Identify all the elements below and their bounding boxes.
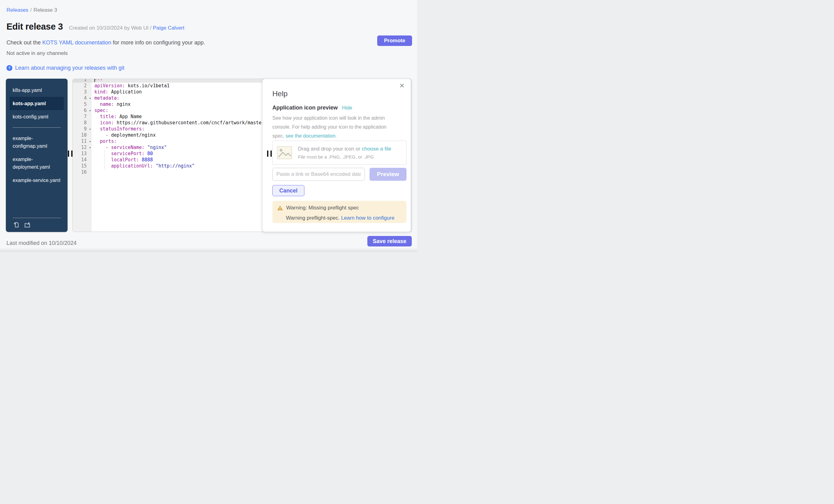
fold-arrow-icon[interactable]: ▾	[89, 108, 91, 114]
file-tree-item[interactable]: example-configmap.yaml	[9, 132, 64, 153]
git-help-row: ? Learn about managing your releases wit…	[6, 65, 124, 71]
line-number: 12▾	[73, 144, 92, 151]
file-tree-list: k8s-app.yamlkots-app.yamlkots-config.yam…	[9, 84, 64, 187]
warning-triangle-icon	[277, 205, 283, 211]
bottom-shade	[0, 248, 417, 252]
line-number: 1	[73, 79, 92, 83]
file-tree-sidebar: k8s-app.yamlkots-app.yamlkots-config.yam…	[6, 79, 68, 232]
dropzone-text: Drag and drop your icon or choose a file…	[298, 146, 391, 159]
icon-preview-title: Application icon preview	[272, 105, 338, 111]
editor-help-resize-handle[interactable]	[267, 151, 272, 157]
dropzone-label: Drag and drop your icon or	[298, 146, 362, 152]
file-tree-item[interactable]: kots-app.yaml	[9, 97, 64, 110]
file-tree-group-2: example-configmap.yamlexample-deployment…	[9, 132, 64, 187]
line-number: 13	[73, 151, 92, 157]
close-icon[interactable]: ✕	[399, 82, 405, 89]
resize-bar	[267, 151, 268, 157]
tree-editor-resize-handle[interactable]	[68, 151, 72, 157]
file-tree-group-1: k8s-app.yamlkots-app.yamlkots-config.yam…	[9, 84, 64, 124]
file-tree-item[interactable]: kots-config.yaml	[9, 110, 64, 124]
preview-button[interactable]: Preview	[370, 168, 407, 181]
learn-how-to-configure-link[interactable]: Learn how to configure	[341, 215, 394, 221]
see-documentation-link[interactable]: see the documentation	[286, 133, 335, 138]
warning-title: Warning: Missing preflight spec	[286, 205, 359, 211]
line-number: 2	[73, 83, 92, 89]
breadcrumb-current: Release 3	[34, 7, 57, 13]
file-tree-footer	[9, 218, 64, 228]
help-panel-title: Help	[272, 89, 287, 98]
line-number: 14	[73, 157, 92, 163]
file-tree-footer-divider	[13, 218, 61, 218]
line-number: 10	[73, 132, 92, 138]
page-title: Edit release 3	[6, 22, 63, 32]
docs-line: Check out the KOTS YAML documentation fo…	[6, 40, 205, 46]
image-placeholder-icon	[277, 146, 292, 159]
preflight-warning-box: Warning: Missing preflight spec Warning …	[272, 201, 407, 223]
breadcrumb-releases-link[interactable]: Releases	[6, 7, 28, 13]
fold-arrow-icon[interactable]: ▾	[89, 95, 91, 102]
resize-bar	[270, 151, 272, 157]
line-number: 6▾	[73, 107, 92, 113]
choose-file-link[interactable]: choose a file	[362, 146, 391, 152]
add-folder-icon[interactable]	[24, 221, 31, 228]
created-author-link[interactable]: Paige Calvert	[153, 25, 184, 31]
line-number: 3	[73, 89, 92, 95]
line-number: 4▾	[73, 95, 92, 101]
line-number: 16	[73, 169, 92, 175]
created-text: Created on 10/10/2024 by Web UI / Paige …	[69, 25, 184, 31]
icon-preview-section-header: Application icon preview Hide	[272, 105, 352, 111]
file-tree-divider	[13, 127, 61, 128]
title-row: Edit release 3 Created on 10/10/2024 by …	[6, 22, 184, 32]
file-tree-item[interactable]: example-service.yaml	[9, 174, 64, 187]
cancel-button[interactable]: Cancel	[272, 185, 304, 196]
line-number: 8	[73, 120, 92, 126]
resize-bar	[68, 151, 69, 157]
line-number: 9▾	[73, 126, 92, 132]
line-number: 15	[73, 163, 92, 169]
kots-yaml-doc-link[interactable]: KOTS YAML documentation	[42, 40, 111, 46]
question-circle-icon: ?	[6, 65, 12, 71]
line-number: 11▾	[73, 138, 92, 144]
docs-line-pre: Check out the	[6, 40, 42, 46]
breadcrumb: Releases/Release 3	[6, 7, 57, 13]
dropzone-hint: File must be a .PNG, .JPEG, or .JPG	[298, 154, 391, 159]
description-period: .	[335, 133, 337, 138]
docs-line-post: for more info on configuring your app.	[111, 40, 205, 46]
text-cursor	[94, 79, 95, 82]
hide-link[interactable]: Hide	[342, 105, 352, 111]
icon-preview-description: See how your application icon will look …	[272, 113, 397, 140]
channel-status: Not active in any channels	[6, 50, 68, 57]
warning-detail-text: Warning preflight-spec.	[286, 215, 341, 221]
icon-dropzone[interactable]: Drag and drop your icon or choose a file…	[272, 141, 407, 165]
breadcrumb-separator: /	[30, 7, 32, 13]
fold-arrow-icon[interactable]: ▾	[89, 126, 91, 132]
created-label: Created on 10/10/2024 by Web UI /	[69, 25, 151, 31]
file-tree-item[interactable]: k8s-app.yaml	[9, 84, 64, 97]
add-file-icon[interactable]	[13, 221, 20, 228]
resize-bar	[71, 151, 72, 157]
save-release-button[interactable]: Save release	[367, 236, 412, 246]
last-modified-text: Last modified on 10/10/2024	[6, 240, 76, 246]
warning-detail: Warning preflight-spec. Learn how to con…	[286, 215, 402, 221]
file-tree-item[interactable]: example-deployment.yaml	[9, 153, 64, 174]
edit-release-page: Releases/Release 3 Edit release 3 Create…	[0, 0, 417, 252]
line-number: 7	[73, 113, 92, 120]
line-number: 5	[73, 101, 92, 107]
icon-url-input[interactable]	[272, 168, 365, 181]
git-help-link[interactable]: Learn about managing your releases with …	[15, 65, 124, 71]
fold-arrow-icon[interactable]: ▾	[89, 145, 91, 151]
indent-guide	[105, 151, 105, 169]
promote-button[interactable]: Promote	[377, 36, 412, 46]
fold-arrow-icon[interactable]: ▾	[89, 138, 91, 145]
help-panel: ✕ Help Application icon preview Hide See…	[262, 79, 411, 232]
